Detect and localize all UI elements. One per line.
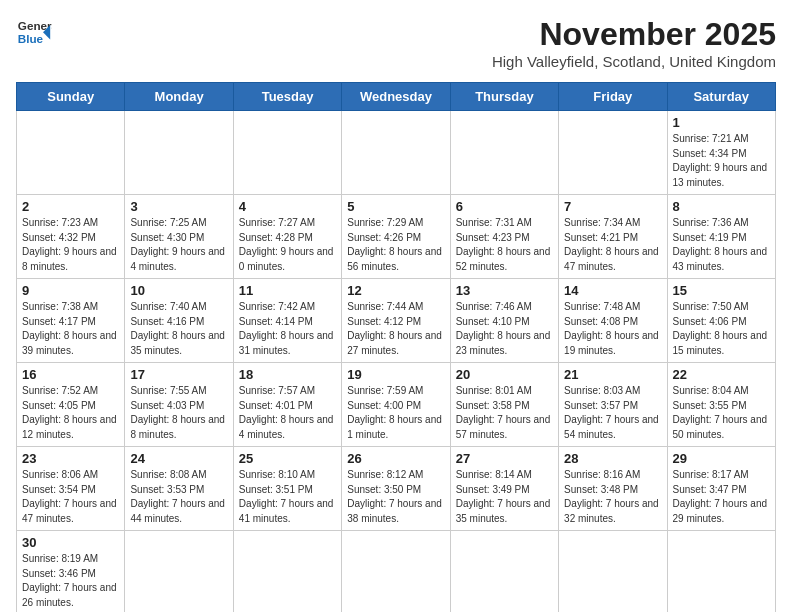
day-number: 17 <box>130 367 227 382</box>
day-number: 30 <box>22 535 119 550</box>
day-info: Sunrise: 7:21 AM Sunset: 4:34 PM Dayligh… <box>673 132 770 190</box>
day-info: Sunrise: 8:19 AM Sunset: 3:46 PM Dayligh… <box>22 552 119 610</box>
calendar-cell: 11Sunrise: 7:42 AM Sunset: 4:14 PM Dayli… <box>233 279 341 363</box>
day-number: 14 <box>564 283 661 298</box>
calendar-cell: 13Sunrise: 7:46 AM Sunset: 4:10 PM Dayli… <box>450 279 558 363</box>
day-number: 20 <box>456 367 553 382</box>
calendar-cell: 12Sunrise: 7:44 AM Sunset: 4:12 PM Dayli… <box>342 279 450 363</box>
day-info: Sunrise: 7:40 AM Sunset: 4:16 PM Dayligh… <box>130 300 227 358</box>
calendar-cell <box>450 531 558 613</box>
calendar-cell: 16Sunrise: 7:52 AM Sunset: 4:05 PM Dayli… <box>17 363 125 447</box>
col-header-wednesday: Wednesday <box>342 83 450 111</box>
day-number: 2 <box>22 199 119 214</box>
day-info: Sunrise: 7:36 AM Sunset: 4:19 PM Dayligh… <box>673 216 770 274</box>
col-header-sunday: Sunday <box>17 83 125 111</box>
calendar-cell: 9Sunrise: 7:38 AM Sunset: 4:17 PM Daylig… <box>17 279 125 363</box>
calendar-cell <box>125 531 233 613</box>
day-number: 26 <box>347 451 444 466</box>
day-info: Sunrise: 7:44 AM Sunset: 4:12 PM Dayligh… <box>347 300 444 358</box>
calendar-cell: 27Sunrise: 8:14 AM Sunset: 3:49 PM Dayli… <box>450 447 558 531</box>
calendar-week-row: 2Sunrise: 7:23 AM Sunset: 4:32 PM Daylig… <box>17 195 776 279</box>
calendar-week-row: 1Sunrise: 7:21 AM Sunset: 4:34 PM Daylig… <box>17 111 776 195</box>
header: General Blue November 2025 High Valleyfi… <box>16 16 776 70</box>
day-number: 7 <box>564 199 661 214</box>
calendar-cell: 4Sunrise: 7:27 AM Sunset: 4:28 PM Daylig… <box>233 195 341 279</box>
calendar-cell <box>667 531 775 613</box>
calendar-cell: 2Sunrise: 7:23 AM Sunset: 4:32 PM Daylig… <box>17 195 125 279</box>
calendar-cell: 6Sunrise: 7:31 AM Sunset: 4:23 PM Daylig… <box>450 195 558 279</box>
calendar-cell <box>342 531 450 613</box>
day-number: 6 <box>456 199 553 214</box>
col-header-monday: Monday <box>125 83 233 111</box>
calendar-cell: 1Sunrise: 7:21 AM Sunset: 4:34 PM Daylig… <box>667 111 775 195</box>
title-area: November 2025 High Valleyfield, Scotland… <box>492 16 776 70</box>
day-info: Sunrise: 8:08 AM Sunset: 3:53 PM Dayligh… <box>130 468 227 526</box>
calendar-cell <box>233 531 341 613</box>
day-info: Sunrise: 7:57 AM Sunset: 4:01 PM Dayligh… <box>239 384 336 442</box>
day-number: 15 <box>673 283 770 298</box>
calendar-cell: 23Sunrise: 8:06 AM Sunset: 3:54 PM Dayli… <box>17 447 125 531</box>
calendar-cell: 30Sunrise: 8:19 AM Sunset: 3:46 PM Dayli… <box>17 531 125 613</box>
calendar-cell: 18Sunrise: 7:57 AM Sunset: 4:01 PM Dayli… <box>233 363 341 447</box>
calendar-cell: 22Sunrise: 8:04 AM Sunset: 3:55 PM Dayli… <box>667 363 775 447</box>
calendar-week-row: 23Sunrise: 8:06 AM Sunset: 3:54 PM Dayli… <box>17 447 776 531</box>
calendar-cell <box>342 111 450 195</box>
day-number: 16 <box>22 367 119 382</box>
day-info: Sunrise: 7:42 AM Sunset: 4:14 PM Dayligh… <box>239 300 336 358</box>
day-info: Sunrise: 8:06 AM Sunset: 3:54 PM Dayligh… <box>22 468 119 526</box>
calendar-week-row: 30Sunrise: 8:19 AM Sunset: 3:46 PM Dayli… <box>17 531 776 613</box>
generalblue-logo-icon: General Blue <box>16 16 52 52</box>
day-number: 23 <box>22 451 119 466</box>
day-number: 22 <box>673 367 770 382</box>
calendar-cell: 7Sunrise: 7:34 AM Sunset: 4:21 PM Daylig… <box>559 195 667 279</box>
calendar-cell <box>17 111 125 195</box>
day-number: 19 <box>347 367 444 382</box>
calendar-cell: 8Sunrise: 7:36 AM Sunset: 4:19 PM Daylig… <box>667 195 775 279</box>
calendar-cell: 19Sunrise: 7:59 AM Sunset: 4:00 PM Dayli… <box>342 363 450 447</box>
day-number: 9 <box>22 283 119 298</box>
day-info: Sunrise: 7:50 AM Sunset: 4:06 PM Dayligh… <box>673 300 770 358</box>
col-header-friday: Friday <box>559 83 667 111</box>
day-info: Sunrise: 8:04 AM Sunset: 3:55 PM Dayligh… <box>673 384 770 442</box>
day-info: Sunrise: 7:59 AM Sunset: 4:00 PM Dayligh… <box>347 384 444 442</box>
day-info: Sunrise: 7:34 AM Sunset: 4:21 PM Dayligh… <box>564 216 661 274</box>
day-info: Sunrise: 8:10 AM Sunset: 3:51 PM Dayligh… <box>239 468 336 526</box>
day-number: 24 <box>130 451 227 466</box>
day-info: Sunrise: 8:17 AM Sunset: 3:47 PM Dayligh… <box>673 468 770 526</box>
day-info: Sunrise: 7:48 AM Sunset: 4:08 PM Dayligh… <box>564 300 661 358</box>
col-header-saturday: Saturday <box>667 83 775 111</box>
month-title: November 2025 <box>492 16 776 53</box>
calendar-cell: 29Sunrise: 8:17 AM Sunset: 3:47 PM Dayli… <box>667 447 775 531</box>
day-number: 3 <box>130 199 227 214</box>
day-info: Sunrise: 7:38 AM Sunset: 4:17 PM Dayligh… <box>22 300 119 358</box>
day-number: 11 <box>239 283 336 298</box>
col-header-tuesday: Tuesday <box>233 83 341 111</box>
day-number: 13 <box>456 283 553 298</box>
calendar-cell: 17Sunrise: 7:55 AM Sunset: 4:03 PM Dayli… <box>125 363 233 447</box>
col-header-thursday: Thursday <box>450 83 558 111</box>
day-number: 27 <box>456 451 553 466</box>
location-title: High Valleyfield, Scotland, United Kingd… <box>492 53 776 70</box>
calendar-cell <box>559 111 667 195</box>
day-number: 29 <box>673 451 770 466</box>
calendar-cell: 26Sunrise: 8:12 AM Sunset: 3:50 PM Dayli… <box>342 447 450 531</box>
calendar-cell: 3Sunrise: 7:25 AM Sunset: 4:30 PM Daylig… <box>125 195 233 279</box>
calendar-cell: 24Sunrise: 8:08 AM Sunset: 3:53 PM Dayli… <box>125 447 233 531</box>
calendar-cell: 5Sunrise: 7:29 AM Sunset: 4:26 PM Daylig… <box>342 195 450 279</box>
calendar-week-row: 9Sunrise: 7:38 AM Sunset: 4:17 PM Daylig… <box>17 279 776 363</box>
calendar-cell: 28Sunrise: 8:16 AM Sunset: 3:48 PM Dayli… <box>559 447 667 531</box>
calendar-cell <box>233 111 341 195</box>
day-number: 21 <box>564 367 661 382</box>
calendar-cell <box>450 111 558 195</box>
calendar-cell: 21Sunrise: 8:03 AM Sunset: 3:57 PM Dayli… <box>559 363 667 447</box>
calendar-cell: 20Sunrise: 8:01 AM Sunset: 3:58 PM Dayli… <box>450 363 558 447</box>
day-number: 1 <box>673 115 770 130</box>
day-info: Sunrise: 8:01 AM Sunset: 3:58 PM Dayligh… <box>456 384 553 442</box>
day-info: Sunrise: 8:03 AM Sunset: 3:57 PM Dayligh… <box>564 384 661 442</box>
calendar-cell <box>125 111 233 195</box>
day-info: Sunrise: 7:31 AM Sunset: 4:23 PM Dayligh… <box>456 216 553 274</box>
day-info: Sunrise: 7:29 AM Sunset: 4:26 PM Dayligh… <box>347 216 444 274</box>
day-number: 5 <box>347 199 444 214</box>
calendar-cell: 15Sunrise: 7:50 AM Sunset: 4:06 PM Dayli… <box>667 279 775 363</box>
svg-text:Blue: Blue <box>18 32 44 45</box>
